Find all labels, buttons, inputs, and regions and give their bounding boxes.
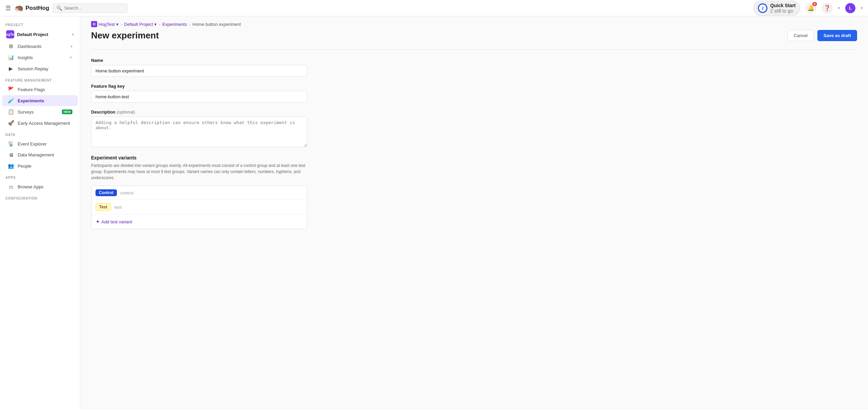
variants-section: Experiment variants Participants are div…: [91, 155, 857, 229]
breadcrumb-default-project[interactable]: Default Project ▾: [124, 22, 157, 27]
notifications-button[interactable]: 🔔 0: [805, 3, 816, 14]
sidebar-item-data-management-label: Data Management: [18, 152, 72, 157]
sidebar-item-surveys-label: Surveys: [18, 109, 58, 115]
add-icon: +: [96, 219, 99, 225]
nav-right: 2 Quick Start 2 still to go 🔔 0 ❓ ▾ L ▾: [753, 1, 863, 16]
logo: 🦔 PostHog: [14, 4, 49, 13]
quickstart-subtitle: 2 still to go: [770, 8, 796, 14]
project-section-label: PROJECT: [0, 19, 80, 28]
hamburger-icon[interactable]: ☰: [5, 4, 11, 12]
sidebar-item-feature-flags[interactable]: 🚩 Feature Flags: [2, 84, 78, 95]
sidebar-item-people[interactable]: 👥 People: [2, 160, 78, 171]
project-name: Default Project: [17, 32, 69, 37]
search-input[interactable]: [64, 5, 124, 11]
variants-container: Control Test + Add test variant: [91, 186, 307, 229]
search-icon: 🔍: [56, 5, 62, 11]
feature-flag-key-field: Feature flag key: [91, 84, 857, 103]
breadcrumb-project-icon: H: [91, 21, 97, 27]
quickstart-progress-circle: 2: [758, 3, 767, 13]
variant-row-control: Control: [91, 186, 307, 200]
quickstart-title: Quick Start: [770, 3, 796, 8]
variants-title: Experiment variants: [91, 155, 857, 160]
breadcrumb-default-project-caret: ▾: [154, 22, 157, 27]
form-divider: [91, 49, 857, 50]
sidebar-item-insights-label: Insights: [18, 55, 66, 60]
breadcrumb-hogtest[interactable]: H HogTest ▾: [91, 21, 119, 27]
posthog-logo-icon: 🦔: [14, 4, 23, 13]
browse-apps-icon: ⚏: [7, 184, 14, 190]
feature-management-label: FEATURE MANAGEMENT: [0, 74, 80, 84]
sidebar-item-insights[interactable]: 📊 Insights +: [2, 52, 78, 63]
cancel-button[interactable]: Cancel: [787, 30, 814, 41]
variants-description: Participants are divided into variant gr…: [91, 163, 307, 181]
sidebar-item-event-explorer-label: Event Explorer: [18, 141, 72, 147]
project-icon: HogTest: [6, 30, 14, 38]
surveys-icon: 📋: [7, 109, 14, 115]
insights-icon: 📊: [7, 54, 14, 61]
name-label: Name: [91, 58, 857, 63]
data-section-label: DATA: [0, 129, 80, 138]
name-input[interactable]: [91, 65, 307, 77]
breadcrumb-sep-1: ›: [121, 22, 122, 27]
control-tag: Control: [96, 189, 117, 196]
dashboards-icon: ⊞: [7, 43, 14, 49]
dashboards-caret-icon: ▾: [71, 45, 72, 48]
apps-section-label: APPS: [0, 172, 80, 181]
sidebar-item-data-management[interactable]: 🖥 Data Management: [2, 150, 78, 160]
event-explorer-icon: 📡: [7, 141, 14, 147]
page-title: New experiment: [91, 30, 159, 41]
sidebar: PROJECT HogTest Default Project ▾ ⊞ Dash…: [0, 16, 80, 410]
sidebar-item-experiments[interactable]: 🧪 Experiments: [2, 95, 78, 106]
breadcrumb-experiments-label: Experiments: [162, 22, 187, 27]
experiments-icon: 🧪: [7, 98, 14, 104]
insights-add-icon[interactable]: +: [69, 54, 72, 61]
quickstart-text: Quick Start 2 still to go: [770, 3, 796, 14]
configuration-section-label: CONFIGURATION: [0, 192, 80, 202]
breadcrumb-default-project-label: Default Project: [124, 22, 153, 27]
quickstart-button[interactable]: 2 Quick Start 2 still to go: [753, 1, 800, 16]
avatar-dropdown-caret[interactable]: ▾: [861, 6, 863, 10]
description-field: Description (optional): [91, 109, 857, 148]
brand-name: PostHog: [25, 5, 49, 12]
sidebar-item-event-explorer[interactable]: 📡 Event Explorer: [2, 138, 78, 149]
top-navigation: ☰ 🦔 PostHog 🔍 2 Quick Start 2 still to g…: [0, 0, 868, 16]
sidebar-item-early-access[interactable]: 🚀 Early Access Management: [2, 118, 78, 129]
variant-row-test: Test: [91, 200, 307, 215]
sidebar-item-early-access-label: Early Access Management: [18, 121, 72, 126]
form-header: New experiment Cancel Save as draft: [91, 30, 857, 41]
feature-flag-key-input[interactable]: [91, 91, 307, 103]
sidebar-item-browse-apps-label: Browse Apps: [18, 184, 72, 189]
sidebar-item-experiments-label: Experiments: [18, 98, 72, 103]
description-textarea[interactable]: [91, 117, 307, 147]
sidebar-item-dashboards[interactable]: ⊞ Dashboards ▾: [2, 41, 78, 52]
breadcrumb-sep-2: ›: [159, 22, 160, 27]
description-label: Description (optional): [91, 109, 857, 115]
sidebar-item-dashboards-label: Dashboards: [18, 44, 67, 49]
add-variant-label: Add test variant: [101, 219, 132, 224]
test-input[interactable]: [115, 205, 303, 210]
search-bar[interactable]: 🔍: [53, 3, 127, 13]
add-variant-button[interactable]: + Add test variant: [91, 215, 307, 229]
save-as-draft-button[interactable]: Save as draft: [817, 30, 857, 41]
project-caret-icon: ▾: [72, 33, 74, 36]
nav-left: ☰ 🦔 PostHog 🔍: [5, 3, 127, 13]
project-selector[interactable]: HogTest Default Project ▾: [2, 28, 78, 40]
help-button[interactable]: ❓: [822, 3, 833, 14]
control-input[interactable]: [120, 190, 303, 195]
breadcrumb-sep-3: ›: [189, 22, 190, 27]
main-content: H HogTest ▾ › Default Project ▾ › Experi…: [80, 16, 868, 410]
breadcrumb-experiments[interactable]: Experiments: [162, 22, 187, 27]
sidebar-item-feature-flags-label: Feature Flags: [18, 87, 72, 92]
sidebar-item-browse-apps[interactable]: ⚏ Browse Apps: [2, 181, 78, 192]
sidebar-item-session-replay[interactable]: ▶ Session Replay: [2, 63, 78, 74]
breadcrumb-hogtest-label: HogTest: [99, 22, 115, 27]
notifications-badge: 0: [812, 2, 817, 6]
people-icon: 👥: [7, 163, 14, 169]
avatar[interactable]: L: [845, 3, 855, 13]
help-dropdown-caret[interactable]: ▾: [838, 6, 840, 10]
sidebar-item-surveys[interactable]: 📋 Surveys NEW: [2, 106, 78, 117]
test-tag: Test: [96, 203, 111, 211]
description-optional: (optional): [117, 109, 135, 115]
breadcrumb-hogtest-caret: ▾: [116, 22, 119, 27]
main-layout: PROJECT HogTest Default Project ▾ ⊞ Dash…: [0, 16, 868, 410]
